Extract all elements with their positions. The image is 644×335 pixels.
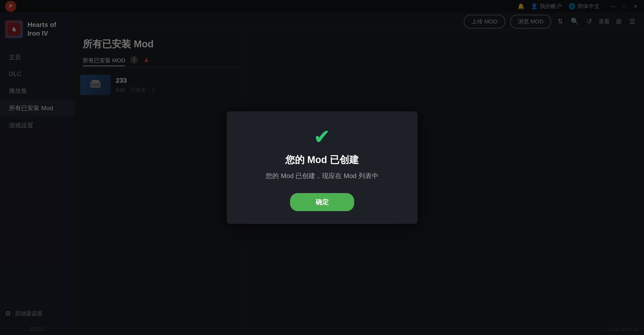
dialog-box: ✔ 您的 Mod 已创建 您的 Mod 已创建，现应在 Mod 列表中 确定	[227, 111, 418, 224]
dialog-overlay: ✔ 您的 Mod 已创建 您的 Mod 已创建，现应在 Mod 列表中 确定	[0, 0, 644, 335]
dialog-checkmark: ✔	[313, 127, 331, 147]
dialog-message: 您的 Mod 已创建，现应在 Mod 列表中	[266, 171, 378, 180]
dialog-title: 您的 Mod 已创建	[285, 153, 359, 166]
dialog-confirm-button[interactable]: 确定	[290, 193, 354, 211]
